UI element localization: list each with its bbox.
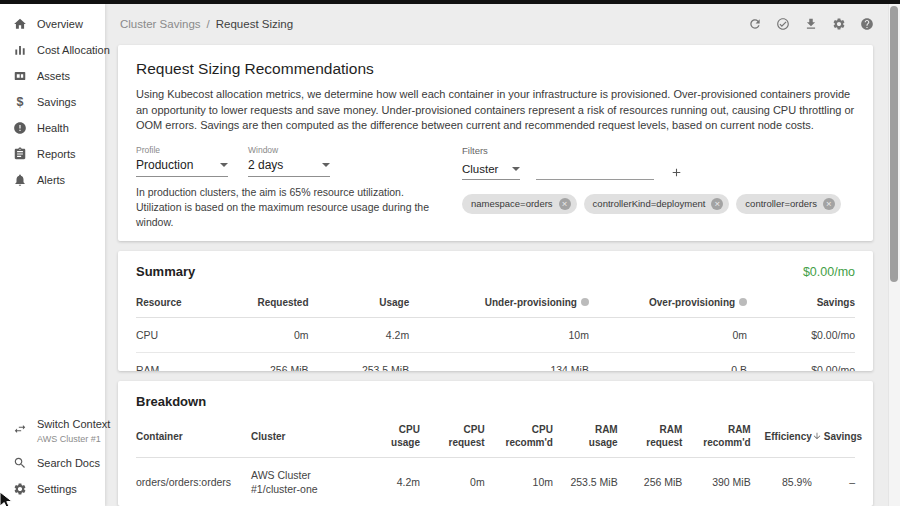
col-container: Container [136, 415, 251, 458]
chip-close-icon[interactable]: × [823, 198, 835, 210]
info-icon[interactable] [739, 298, 747, 306]
summary-header-row: Resource Requested Usage Under-provision… [136, 288, 855, 318]
help-icon[interactable] [860, 17, 874, 31]
main-area: Cluster Savings / Request Sizing Request… [105, 4, 900, 506]
sidebar-item-label: Alerts [37, 174, 65, 186]
breakdown-card: Breakdown Container Cluster CPU usage CP… [118, 381, 873, 506]
add-filter-button[interactable] [670, 166, 683, 179]
col-ram-usage: RAM usage [553, 415, 618, 458]
profile-select[interactable]: Production [136, 155, 228, 177]
sidebar-item-label: Reports [37, 148, 76, 160]
col-cpu-recommended: CPU recomm'd [485, 415, 553, 458]
current-context-label: AWS Cluster #1 [37, 434, 110, 444]
filter-chips: namespace=orders × controllerKind=deploy… [462, 194, 855, 214]
sidebar-item-label: Savings [37, 96, 76, 108]
clipboard-icon [13, 147, 27, 161]
col-over-provisioning: Over-provisioning [589, 288, 747, 318]
sidebar-item-label: Cost Allocation [37, 44, 110, 56]
filter-chip: namespace=orders × [462, 194, 577, 214]
profile-window-controls: Profile Production Window 2 days [136, 145, 448, 242]
chip-close-icon[interactable]: × [559, 198, 571, 210]
sidebar-item-assets[interactable]: Assets [0, 63, 105, 89]
info-icon[interactable] [581, 298, 589, 306]
sidebar-item-reports[interactable]: Reports [0, 141, 105, 167]
breadcrumb-cluster-savings[interactable]: Cluster Savings [120, 18, 201, 30]
col-savings-sort[interactable]: Savings [812, 415, 855, 458]
topbar: Cluster Savings / Request Sizing [105, 4, 900, 44]
sidebar-item-overview[interactable]: Overview [0, 11, 105, 37]
search-docs-label: Search Docs [37, 457, 100, 469]
sidebar-item-cost-allocation[interactable]: Cost Allocation [0, 37, 105, 63]
chip-close-icon[interactable]: × [711, 198, 723, 210]
window-field: Window 2 days [248, 145, 330, 177]
assets-board-icon [13, 69, 27, 83]
switch-context-label: Switch Context [37, 418, 110, 430]
breadcrumb: Cluster Savings / Request Sizing [120, 18, 293, 30]
summary-card: Summary $0.00/mo Resource Requested Usag… [118, 251, 873, 371]
col-under-provisioning: Under-provisioning [409, 288, 589, 318]
profile-label: Profile [136, 145, 228, 155]
filter-value-input[interactable] [536, 161, 654, 180]
breakdown-header-row: Container Cluster CPU usage CPU request … [136, 415, 855, 458]
table-row[interactable]: orders/orders:orders AWS Cluster #1/clus… [136, 458, 855, 506]
sidebar-item-settings[interactable]: Settings [0, 476, 105, 502]
sidebar: Overview Cost Allocation Assets $ Saving… [0, 4, 105, 506]
sidebar-item-label: Assets [37, 70, 70, 82]
settings-label: Settings [37, 483, 77, 495]
sort-descending-icon [812, 431, 824, 442]
filter-chip: controllerKind=deployment × [584, 194, 730, 214]
scrollbar-thumb[interactable] [890, 6, 898, 282]
col-cluster: Cluster [251, 415, 355, 458]
request-sizing-card: Request Sizing Recommendations Using Kub… [118, 45, 873, 241]
table-row[interactable]: CPU 0m 4.2m 10m 0m $0.00/mo [136, 318, 855, 353]
dollar-icon: $ [13, 95, 27, 109]
swap-arrows-icon [13, 422, 27, 436]
sidebar-bottom-group: Switch Context AWS Cluster #1 Search Doc… [0, 408, 105, 502]
bar-chart-icon [13, 43, 27, 57]
filter-chip: controller=orders × [736, 194, 841, 214]
chevron-down-icon [220, 163, 228, 167]
page-description: Using Kubecost allocation metrics, we de… [136, 87, 855, 134]
window-select[interactable]: 2 days [248, 155, 330, 177]
topbar-icons [748, 17, 874, 31]
gear-icon [13, 482, 27, 496]
sidebar-item-health[interactable]: Health [0, 115, 105, 141]
summary-table: Resource Requested Usage Under-provision… [136, 288, 855, 371]
scrollbar-track[interactable] [888, 4, 900, 506]
chevron-down-icon [512, 167, 520, 171]
search-icon [13, 456, 27, 470]
gear-icon[interactable] [832, 17, 846, 31]
col-usage: Usage [309, 288, 410, 318]
window-label: Window [248, 145, 330, 155]
col-requested: Requested [222, 288, 308, 318]
col-savings: Savings [747, 288, 855, 318]
plus-icon [670, 166, 683, 179]
breadcrumb-current-page: Request Sizing [216, 18, 293, 30]
filter-type-select[interactable]: Cluster [462, 161, 520, 180]
refresh-icon[interactable] [748, 17, 762, 31]
sidebar-item-search-docs[interactable]: Search Docs [0, 450, 105, 476]
col-cpu-request: CPU request [420, 415, 485, 458]
summary-total-savings: $0.00/mo [803, 265, 855, 279]
health-circle-icon [13, 121, 27, 135]
sidebar-item-savings[interactable]: $ Savings [0, 89, 105, 115]
download-icon[interactable] [804, 17, 818, 31]
summary-title: Summary [136, 264, 195, 279]
col-ram-recommended: RAM recomm'd [682, 415, 750, 458]
chevron-down-icon [322, 163, 330, 167]
profile-field: Profile Production [136, 145, 228, 177]
page-content: Request Sizing Recommendations Using Kub… [118, 45, 873, 506]
breakdown-table: Container Cluster CPU usage CPU request … [136, 415, 855, 506]
home-icon [13, 17, 27, 31]
sidebar-item-alerts[interactable]: Alerts [0, 167, 105, 193]
check-circle-icon[interactable] [776, 17, 790, 31]
filters-label: Filters [462, 145, 855, 156]
filters-section: Filters Cluster namespace=order [462, 145, 855, 242]
sidebar-item-label: Overview [37, 18, 83, 30]
breakdown-title: Breakdown [136, 394, 206, 409]
table-row[interactable]: RAM 256 MiB 253.5 MiB 134 MiB 0 B $0.00/… [136, 353, 855, 372]
bell-icon [13, 173, 27, 187]
sidebar-item-switch-context[interactable]: Switch Context AWS Cluster #1 [0, 408, 105, 450]
window-top-strip [0, 0, 900, 4]
page-title: Request Sizing Recommendations [136, 60, 855, 78]
